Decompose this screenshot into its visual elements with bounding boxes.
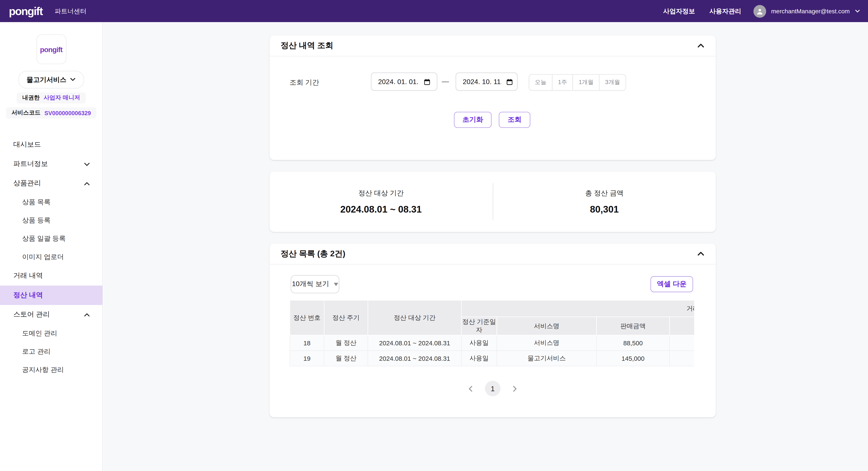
col-header-sales-amount: 판매금액	[596, 317, 670, 335]
panel-title: 정산 내역 조회	[281, 40, 333, 51]
service-logo-text: pongift	[40, 45, 62, 54]
sidebar-item-label: 이미지 업로더	[22, 252, 64, 262]
role-row: 내권한 사업자 매니저	[17, 92, 86, 103]
cell-settlement-period: 2024.08.01 ~ 2024.08.31	[368, 335, 461, 350]
sidebar-item-logo-management[interactable]: 로고 관리	[0, 343, 102, 361]
sidebar-item-product-bulk-register[interactable]: 상품 일괄 등록	[0, 230, 102, 248]
sidebar: pongift 물고기서비스 내권한 사업자 매니저 서비스코드 SV00000…	[0, 22, 103, 471]
quick-range-today-button[interactable]: 오늘	[529, 75, 552, 90]
col-header-clipped	[670, 317, 694, 335]
service-selector[interactable]: 물고기서비스	[18, 71, 84, 89]
summary-total-cell: 총 정산 금액 80,301	[493, 171, 716, 232]
summary-total-label: 총 정산 금액	[585, 189, 624, 198]
sidebar-item-label: 공지사항 관리	[22, 365, 64, 375]
sidebar-item-label: 스토어 관리	[13, 310, 50, 319]
nav-user-management[interactable]: 사용자관리	[709, 7, 741, 15]
app-title: 파트너센터	[55, 7, 87, 15]
settlement-table: 정산 번호 정산 주기 정산 대상 기간 거래 정산 기준일자 서비스명 판매금…	[290, 300, 694, 367]
sidebar-item-product-management[interactable]: 상품관리	[0, 174, 102, 193]
period-label: 조회 기간	[290, 78, 319, 88]
chevron-up-icon	[697, 42, 705, 50]
sidebar-item-domain-management[interactable]: 도메인 관리	[0, 324, 102, 343]
date-to-field[interactable]	[456, 72, 518, 91]
sidebar-item-notice-management[interactable]: 공지사항 관리	[0, 361, 102, 379]
summary-period-value: 2024.08.01 ~ 08.31	[340, 204, 422, 215]
cell-sales-amount: 88,500	[596, 335, 670, 350]
user-email[interactable]: merchantManager@test.com	[771, 8, 849, 14]
sidebar-item-label: 상품 목록	[22, 197, 51, 207]
calendar-icon[interactable]	[424, 78, 431, 86]
cell-settlement-period: 2024.08.01 ~ 2024.08.31	[368, 351, 461, 366]
quick-range-1month-button[interactable]: 1개월	[572, 75, 599, 90]
quick-range-1week-button[interactable]: 1주	[552, 75, 572, 90]
cell-base-date: 사용일	[461, 335, 497, 350]
main-content: 정산 내역 조회 조회 기간 —	[104, 22, 868, 471]
cell-clipped	[670, 335, 694, 350]
sidebar-item-label: 파트너정보	[13, 159, 48, 169]
cell-settlement-cycle: 월 정산	[324, 335, 368, 350]
current-page-button[interactable]: 1	[485, 381, 500, 396]
cell-settlement-no: 19	[290, 351, 324, 366]
sidebar-item-store-management[interactable]: 스토어 관리	[0, 305, 102, 324]
table-row[interactable]: 18 월 정산 2024.08.01 ~ 2024.08.31 사용일 서비스명…	[290, 335, 694, 350]
chevron-up-icon	[697, 250, 705, 258]
sidebar-item-image-uploader[interactable]: 이미지 업로더	[0, 248, 102, 266]
chevron-up-icon	[84, 311, 90, 318]
service-code-row: 서비스코드 SV000000006329	[6, 107, 97, 119]
quick-range-3month-button[interactable]: 3개월	[599, 75, 625, 90]
chevron-down-icon[interactable]	[855, 8, 860, 14]
sidebar-item-label: 도메인 관리	[22, 329, 57, 338]
date-from-field[interactable]	[371, 72, 437, 91]
settlement-summary-panel: 정산 대상 기간 2024.08.01 ~ 08.31 총 정산 금액 80,3…	[270, 171, 716, 232]
sidebar-item-product-register[interactable]: 상품 등록	[0, 212, 102, 230]
sidebar-item-partner-info[interactable]: 파트너정보	[0, 154, 102, 174]
cell-service-name: 물고기서비스	[497, 351, 596, 366]
excel-download-button[interactable]: 엑셀 다운	[650, 276, 693, 292]
cell-settlement-no: 18	[290, 335, 324, 350]
page-size-select[interactable]: 10개씩 보기	[291, 275, 339, 293]
sidebar-menu: 대시보드 파트너정보 상품관리 상품 목록 상품 등록 상품 일	[0, 135, 102, 379]
collapse-panel-button[interactable]	[697, 250, 705, 258]
sidebar-item-label: 거래 내역	[13, 271, 43, 281]
person-icon	[755, 7, 764, 15]
nav-business-info[interactable]: 사업자정보	[663, 7, 695, 15]
page-size-label: 10개씩 보기	[292, 280, 329, 289]
next-page-button[interactable]	[511, 385, 518, 392]
service-code-value: SV000000006329	[44, 109, 91, 116]
sidebar-item-dashboard[interactable]: 대시보드	[0, 135, 102, 154]
search-button[interactable]: 조회	[499, 112, 530, 128]
settlement-list-panel: 정산 목록 (총 2건) 10개씩 보기 엑셀 다운	[270, 244, 716, 417]
pongift-logo: pongift	[9, 6, 42, 17]
summary-total-value: 80,301	[590, 204, 619, 215]
sidebar-item-settlement-history[interactable]: 정산 내역	[0, 285, 102, 305]
col-group-header-transaction: 거래	[461, 300, 694, 317]
cell-settlement-cycle: 월 정산	[324, 351, 368, 366]
pagination: 1	[270, 381, 716, 396]
chevron-up-icon	[84, 180, 90, 187]
settlement-table-container[interactable]: 정산 번호 정산 주기 정산 대상 기간 거래 정산 기준일자 서비스명 판매금…	[290, 300, 694, 367]
quick-range-group: 오늘 1주 1개월 3개월	[529, 74, 626, 91]
user-avatar[interactable]	[753, 5, 766, 18]
settlement-search-panel: 정산 내역 조회 조회 기간 —	[270, 35, 716, 160]
sidebar-item-label: 상품 등록	[22, 216, 51, 225]
summary-period-label: 정산 대상 기간	[358, 189, 404, 198]
sidebar-item-transaction-history[interactable]: 거래 내역	[0, 266, 102, 285]
calendar-icon[interactable]	[506, 78, 513, 86]
caret-down-icon	[334, 282, 338, 286]
reset-button[interactable]: 초기화	[454, 112, 492, 128]
sidebar-item-label: 상품 일괄 등록	[22, 234, 66, 244]
prev-page-button[interactable]	[467, 385, 474, 392]
date-from-input[interactable]	[378, 78, 419, 86]
col-header-settlement-no: 정산 번호	[290, 300, 324, 335]
role-value: 사업자 매니저	[43, 94, 80, 102]
service-logo-box: pongift	[36, 34, 66, 64]
role-label: 내권한	[22, 94, 40, 102]
collapse-panel-button[interactable]	[697, 42, 705, 50]
top-bar: pongift 파트너센터 사업자정보 사용자관리 merchantManage…	[0, 0, 868, 22]
table-row[interactable]: 19 월 정산 2024.08.01 ~ 2024.08.31 사용일 물고기서…	[290, 351, 694, 366]
cell-sales-amount: 145,000	[596, 351, 670, 366]
panel-title: 정산 목록 (총 2건)	[281, 249, 345, 259]
sidebar-item-product-list[interactable]: 상품 목록	[0, 193, 102, 212]
date-to-input[interactable]	[463, 78, 502, 86]
col-header-base-date: 정산 기준일자	[461, 317, 497, 335]
